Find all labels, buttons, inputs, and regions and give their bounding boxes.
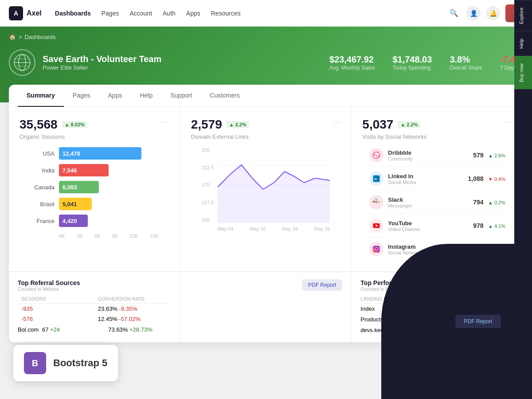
logo-icon: A — [9, 6, 23, 20]
nav-links: Dashboards Pages Account Auth Apps Resou… — [55, 10, 241, 17]
banner-subtitle: Power Elite Seller — [43, 64, 161, 71]
nav-right: 🔍 👤 🔔 — [447, 4, 523, 22]
metric-more-1[interactable]: ··· — [334, 117, 340, 132]
youtube-icon — [369, 219, 383, 233]
social-linkedin: in Linked In Social Media 1,088 ▼ 0.4% — [369, 167, 505, 191]
instagram-icon — [369, 242, 383, 256]
linkedin-icon: in — [369, 172, 383, 186]
bar-row-brasil: Brasil 5,041 — [30, 198, 159, 210]
svg-rect-19 — [373, 246, 380, 253]
tab-apps[interactable]: Apps — [99, 85, 131, 107]
referral-panel: Top Referral Sources Counted in Millions… — [9, 272, 180, 342]
svg-rect-15 — [376, 201, 377, 203]
bar-row-india: India 7,546 — [30, 164, 159, 176]
metric-more-2[interactable]: ··· — [506, 117, 512, 132]
nav-dashboards[interactable]: Dashboards — [55, 10, 91, 17]
bootstrap-overlay: B Bootstrap 5 — [13, 345, 118, 381]
tab-customers[interactable]: Customers — [201, 85, 249, 107]
explore-button[interactable]: Explore — [514, 0, 532, 31]
pdf-dark-button[interactable]: PDF Report — [455, 315, 501, 328]
bar-row-france: France 4,420 — [30, 215, 159, 227]
banner-globe — [9, 49, 35, 76]
user-icon[interactable]: 👤 — [466, 6, 481, 20]
tab-summary[interactable]: Summary — [18, 85, 64, 107]
stat-overall-share: 3.8% Overall Share — [450, 55, 482, 71]
banner-title: Save Earth - Volunteer Team — [43, 54, 161, 64]
tab-help[interactable]: Help — [131, 85, 161, 107]
bar-row-canada: Canada 6,083 — [30, 181, 159, 193]
bootstrap-icon: B — [24, 352, 46, 374]
svg-rect-14 — [376, 199, 377, 201]
help-button[interactable]: Help — [514, 31, 532, 56]
banner-info: Save Earth - Volunteer Team Power Elite … — [43, 54, 161, 71]
metric-domain-links: 2,579 ▲ 2.2% ··· Domain External Links 2… — [180, 107, 352, 271]
banner-stats: $23,467.92 Avg. Monthly Sales $1,748.03 … — [329, 55, 523, 71]
svg-text:in: in — [374, 177, 377, 181]
nav-account[interactable]: Account — [129, 10, 152, 17]
banner-content: Save Earth - Volunteer Team Power Elite … — [9, 49, 523, 76]
line-chart: 250 212.5 175 137.5 100 — [191, 144, 341, 239]
bar-axis: 0K 3K 6K 9K 12K 15K — [30, 231, 159, 239]
nav-auth[interactable]: Auth — [163, 10, 176, 17]
svg-rect-13 — [373, 201, 375, 203]
home-icon: 🏠 — [9, 34, 16, 40]
svg-point-10 — [373, 152, 380, 159]
logo-text: Axel — [27, 9, 42, 17]
breadcrumb: 🏠 > Dashboards — [9, 34, 523, 40]
bell-icon[interactable]: 🔔 — [486, 6, 500, 20]
nav-apps[interactable]: Apps — [186, 10, 200, 17]
search-icon[interactable]: 🔍 — [447, 6, 461, 20]
metric-more-0[interactable]: ··· — [163, 117, 169, 132]
topnav: A Axel Dashboards Pages Account Auth App… — [0, 0, 532, 27]
dribbble-icon — [369, 148, 383, 162]
nav-resources[interactable]: Resources — [211, 10, 241, 17]
slack-icon — [369, 195, 383, 209]
tabs: Summary Pages Apps Help Support Customer… — [9, 85, 523, 107]
stat-today-spending: $1,748.03 Today Spending — [392, 55, 432, 71]
bootstrap-text: Bootstrap 5 — [53, 357, 107, 369]
banner-left: Save Earth - Volunteer Team Power Elite … — [9, 49, 161, 76]
pdf-report-button[interactable]: PDF Report — [302, 279, 342, 291]
right-sidebar: Explore Help Buy now — [514, 0, 532, 399]
tab-pages[interactable]: Pages — [64, 85, 99, 107]
social-youtube: YouTube Video Channel 978 ▲ 4.1% — [369, 214, 505, 238]
stat-monthly-sales: $23,467.92 Avg. Monthly Sales — [329, 55, 375, 71]
logo-area: A Axel — [9, 6, 42, 20]
nav-pages[interactable]: Pages — [102, 10, 119, 17]
social-slack: Slack Messanger 794 ▲ 0.2% — [369, 191, 505, 214]
social-dribbble: Dribbble Community 579 ▲ 2.6% — [369, 144, 505, 167]
tab-support[interactable]: Support — [161, 85, 201, 107]
pdf-panel: PDF Report — [180, 272, 352, 342]
metric-organic-sessions: 35,568 ▲ 8.02% ··· Organic Sessions USA … — [9, 107, 180, 271]
svg-rect-16 — [378, 201, 379, 203]
buy-now-button[interactable]: Buy now — [514, 56, 532, 89]
bar-chart: USA 12,478 India 7,546 Canada — [20, 140, 169, 246]
bar-row-usa: USA 12,478 — [30, 147, 159, 160]
svg-point-21 — [378, 247, 379, 248]
